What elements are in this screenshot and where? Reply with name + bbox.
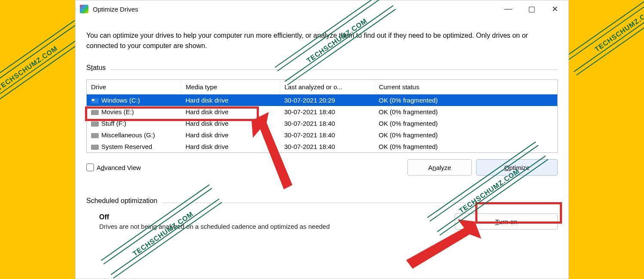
- window-controls: — ▢ ✕: [503, 4, 564, 14]
- table-row[interactable]: System ReservedHard disk drive30-07-2021…: [87, 141, 557, 152]
- watermark-text: TECHSCHUMZ.COM: [593, 6, 644, 54]
- table-header-row: Drive Media type Last analyzed or o... C…: [87, 80, 557, 94]
- description-text: You can optimize your drives to help you…: [86, 30, 558, 51]
- cell-drive: Stuff (F:): [87, 118, 181, 129]
- drive-name: Stuff (F:): [101, 120, 126, 127]
- col-drive[interactable]: Drive: [87, 80, 181, 94]
- status-section-label: Status: [86, 64, 106, 72]
- cell-last: 30-07-2021 20:29: [280, 94, 374, 106]
- cell-media: Hard disk drive: [181, 141, 280, 152]
- cell-media: Hard disk drive: [181, 106, 280, 118]
- separator: [111, 70, 558, 70]
- drive-icon: [91, 121, 99, 127]
- drive-icon: [91, 110, 99, 115]
- cell-status: OK (0% fragmented): [374, 106, 557, 118]
- cell-media: Hard disk drive: [181, 129, 280, 141]
- scheduled-section-label: Scheduled optimization: [86, 197, 157, 205]
- cell-media: Hard disk drive: [181, 118, 280, 129]
- advanced-view-label: Advanced View: [97, 164, 141, 171]
- advanced-view-checkbox[interactable]: Advanced View: [86, 164, 141, 171]
- cell-drive: Movies (E:): [87, 106, 181, 118]
- drive-name: Miscellaneous (G:): [101, 131, 155, 139]
- cell-last: 30-07-2021 18:40: [280, 141, 374, 152]
- watermark-text: TECHSCHUMZ.COM: [0, 45, 59, 92]
- cell-last: 30-07-2021 18:40: [280, 106, 374, 118]
- drive-name: System Reserved: [101, 143, 152, 150]
- turn-on-button[interactable]: Turn on: [455, 213, 558, 230]
- drive-name: Movies (E:): [101, 108, 134, 115]
- table-row[interactable]: Movies (E:)Hard disk drive30-07-2021 18:…: [87, 106, 557, 118]
- minimize-button[interactable]: —: [503, 4, 513, 14]
- close-button[interactable]: ✕: [550, 4, 560, 14]
- drive-icon: [91, 145, 99, 150]
- col-current-status[interactable]: Current status: [374, 80, 557, 94]
- drive-icon: [91, 98, 99, 103]
- table-row[interactable]: Stuff (F:)Hard disk drive30-07-2021 18:4…: [87, 118, 557, 129]
- optimize-button[interactable]: Optimize: [476, 159, 558, 176]
- titlebar: Optimize Drives — ▢ ✕: [76, 0, 568, 18]
- cell-last: 30-07-2021 18:40: [280, 129, 374, 141]
- cell-drive: Miscellaneous (G:): [87, 129, 181, 141]
- schedule-state: Off: [99, 213, 455, 221]
- cell-status: OK (0% fragmented): [374, 129, 557, 141]
- cell-drive: System Reserved: [87, 141, 181, 152]
- drive-icon: [91, 133, 99, 138]
- schedule-subtitle: Drives are not being analyzed on a sched…: [99, 223, 455, 230]
- maximize-button[interactable]: ▢: [526, 4, 537, 14]
- table-row[interactable]: Windows (C:)Hard disk drive30-07-2021 20…: [87, 94, 557, 106]
- optimize-drives-window: Optimize Drives — ▢ ✕ You can optimize y…: [75, 0, 569, 279]
- window-title: Optimize Drives: [93, 6, 138, 13]
- table-row[interactable]: Miscellaneous (G:)Hard disk drive30-07-2…: [87, 129, 557, 141]
- app-icon: [80, 5, 88, 13]
- cell-drive: Windows (C:): [87, 94, 181, 106]
- drives-table: Drive Media type Last analyzed or o... C…: [86, 79, 558, 153]
- analyze-button[interactable]: Analyze: [407, 159, 472, 176]
- cell-media: Hard disk drive: [181, 94, 280, 106]
- cell-status: OK (0% fragmented): [374, 141, 557, 152]
- separator: [162, 203, 558, 203]
- col-media-type[interactable]: Media type: [181, 80, 280, 94]
- col-last-analyzed[interactable]: Last analyzed or o...: [280, 80, 374, 94]
- cell-status: OK (0% fragmented): [374, 94, 557, 106]
- checkbox-icon: [86, 164, 94, 171]
- cell-last: 30-07-2021 18:40: [280, 118, 374, 129]
- drive-name: Windows (C:): [101, 97, 140, 104]
- cell-status: OK (0% fragmented): [374, 118, 557, 129]
